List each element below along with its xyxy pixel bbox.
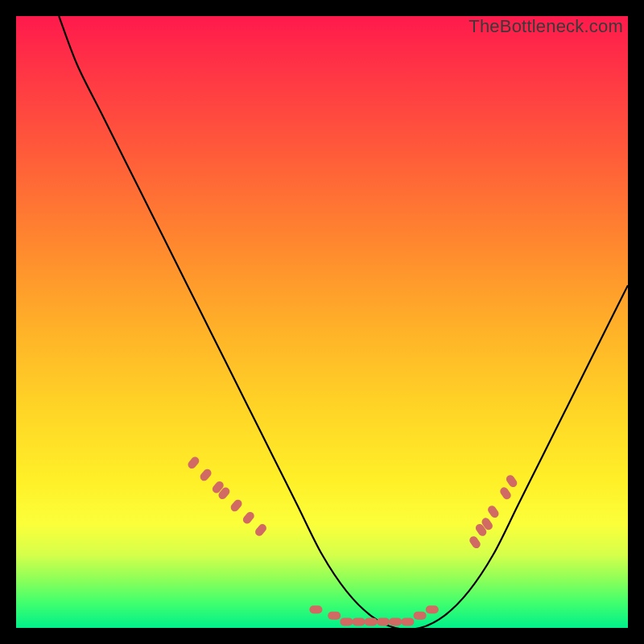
marker-dot bbox=[414, 612, 427, 620]
marker-dot bbox=[229, 498, 244, 514]
marker-dot bbox=[353, 617, 365, 625]
marker-dot bbox=[498, 485, 512, 501]
marker-dot bbox=[309, 605, 322, 613]
marker-dot bbox=[426, 605, 439, 613]
marker-dot bbox=[186, 455, 200, 470]
marker-dot bbox=[486, 504, 500, 519]
marker-dot bbox=[254, 522, 268, 538]
marker-dot bbox=[505, 473, 518, 489]
plot-area: TheBottleneck.com bbox=[16, 16, 628, 628]
marker-dot bbox=[340, 617, 353, 625]
marker-dot bbox=[468, 535, 481, 550]
curve-line bbox=[59, 16, 628, 628]
bottleneck-curve-path bbox=[59, 16, 628, 628]
marker-dot bbox=[389, 617, 402, 625]
marker-dot bbox=[199, 468, 213, 483]
marker-dot bbox=[242, 510, 256, 526]
curve-svg bbox=[16, 16, 628, 628]
marker-dot bbox=[377, 617, 390, 625]
marker-dot bbox=[365, 617, 378, 625]
marker-dot bbox=[401, 617, 414, 625]
marker-dot bbox=[328, 612, 341, 620]
marker-layer bbox=[186, 455, 518, 625]
chart-frame: TheBottleneck.com bbox=[0, 0, 644, 644]
